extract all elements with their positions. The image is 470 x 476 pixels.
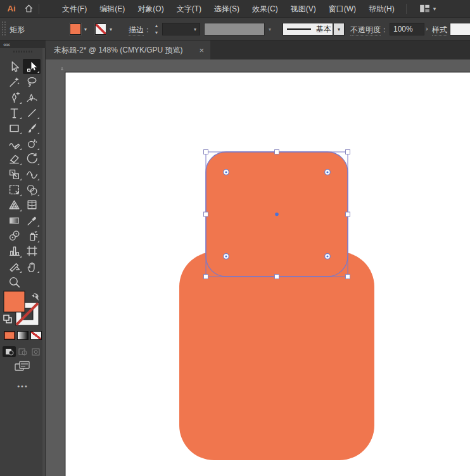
- selection-handle[interactable]: [346, 150, 350, 154]
- direct-selection-tool[interactable]: [23, 59, 41, 74]
- selection-handle[interactable]: [346, 212, 350, 216]
- menu-item-3[interactable]: 对象(O): [131, 0, 170, 18]
- free-transform-icon: [8, 183, 21, 196]
- selection-handle[interactable]: [275, 150, 279, 154]
- none-button[interactable]: [30, 331, 42, 340]
- rectangle-tool[interactable]: [5, 120, 23, 135]
- zoom-icon: [8, 275, 21, 289]
- scale-tool[interactable]: [5, 166, 23, 182]
- menu-item-8[interactable]: 窗口(W): [322, 0, 362, 18]
- tools-panel: •••: [0, 48, 46, 476]
- draw-behind-button[interactable]: [16, 346, 29, 357]
- style-field[interactable]: [450, 23, 470, 35]
- opacity-value: 100%: [393, 25, 413, 34]
- column-graph-tool[interactable]: [5, 244, 23, 259]
- menu-item-7[interactable]: 视图(V): [284, 0, 322, 18]
- free-transform-tool[interactable]: [5, 182, 23, 197]
- width-profile-field[interactable]: [204, 23, 265, 35]
- gradient-tool[interactable]: [5, 213, 23, 228]
- bar-grip: [4, 22, 6, 37]
- rotate-tool[interactable]: [23, 151, 41, 166]
- rotate-icon: [25, 152, 39, 165]
- stroke-color-swatch[interactable]: [95, 23, 106, 35]
- canvas-area[interactable]: [46, 60, 470, 476]
- eraser-tool[interactable]: [5, 151, 23, 166]
- brush-definition-value: 基本: [316, 24, 331, 35]
- width-tool[interactable]: [23, 166, 41, 182]
- panel-collapse-icon[interactable]: ««: [3, 41, 10, 48]
- opacity-next-icon[interactable]: ›: [426, 25, 428, 32]
- chevron-down-icon: ▾: [194, 27, 196, 32]
- menu-item-4[interactable]: 文字(T): [170, 0, 208, 18]
- menu-item-6[interactable]: 效果(C): [246, 0, 284, 18]
- brush-stroke-preview: [287, 28, 311, 30]
- brush-caret-icon[interactable]: ▾: [334, 23, 345, 35]
- draw-inside-button[interactable]: [29, 346, 42, 357]
- home-icon[interactable]: [24, 4, 34, 13]
- hand-tool[interactable]: [23, 259, 41, 274]
- menu-separator: [39, 4, 39, 14]
- symbol-sprayer-tool[interactable]: [23, 228, 41, 243]
- artboard-view[interactable]: [46, 60, 470, 476]
- selection-handle[interactable]: [275, 275, 279, 279]
- slice-tool[interactable]: [5, 259, 23, 274]
- swap-fill-stroke-icon[interactable]: [32, 293, 39, 301]
- blob-brush-tool[interactable]: [23, 135, 41, 151]
- curvature-tool[interactable]: [23, 90, 41, 105]
- fill-color-swatch[interactable]: [70, 23, 81, 35]
- type-tool[interactable]: [5, 105, 23, 120]
- eyedropper-tool[interactable]: [23, 213, 41, 228]
- perspective-grid-tool[interactable]: [5, 197, 23, 213]
- line-segment-tool[interactable]: [23, 105, 41, 120]
- stroke-weight-label[interactable]: 描边：: [129, 25, 151, 35]
- pen-tool[interactable]: [5, 90, 23, 105]
- draw-normal-button[interactable]: [3, 346, 16, 357]
- zoom-tool[interactable]: [5, 274, 23, 289]
- screen-mode-icon[interactable]: [15, 361, 30, 374]
- arrange-documents-icon[interactable]: ▾: [419, 4, 436, 13]
- color-button[interactable]: [4, 331, 15, 340]
- stroke-caret-icon[interactable]: ▾: [110, 27, 112, 32]
- tab-close-icon[interactable]: ×: [199, 46, 204, 55]
- shaper-tool[interactable]: [5, 135, 23, 151]
- menu-item-9[interactable]: 帮助(H): [362, 0, 401, 18]
- width-icon: [25, 168, 39, 181]
- fill-caret-icon[interactable]: ▾: [84, 27, 87, 32]
- menu-items: 文件(F)编辑(E)对象(O)文字(T)选择(S)效果(C)视图(V)窗口(W)…: [56, 0, 401, 18]
- type-icon: [8, 106, 21, 120]
- selection-handle[interactable]: [204, 212, 208, 216]
- paintbrush-icon: [25, 122, 39, 135]
- paintbrush-tool[interactable]: [23, 120, 41, 135]
- bar-grip[interactable]: [2, 22, 3, 37]
- lasso-tool[interactable]: [23, 74, 41, 89]
- more-tools-icon[interactable]: •••: [0, 382, 46, 390]
- column-graph-icon: [8, 244, 21, 258]
- fill-swatch[interactable]: [4, 291, 25, 312]
- chevron-down-icon: ▾: [433, 6, 436, 12]
- blend-tool[interactable]: [5, 228, 23, 243]
- width-profile-caret-icon[interactable]: ▾: [269, 27, 271, 32]
- stroke-weight-stepper[interactable]: ▲▼: [153, 23, 160, 35]
- shape-builder-tool[interactable]: [23, 182, 41, 197]
- large-rounded-rectangle[interactable]: [179, 252, 374, 460]
- selection-tool[interactable]: [5, 59, 23, 74]
- selection-handle[interactable]: [346, 275, 350, 279]
- selection-center-point[interactable]: [275, 213, 279, 216]
- menu-item-5[interactable]: 选择(S): [208, 0, 246, 18]
- app-logo-icon[interactable]: Ai: [4, 4, 18, 13]
- menu-item-2[interactable]: 编辑(E): [93, 0, 131, 18]
- selection-handle[interactable]: [204, 275, 208, 279]
- brush-definition-combo[interactable]: 基本: [283, 23, 333, 35]
- magic-wand-tool[interactable]: [5, 74, 23, 89]
- menu-item-1[interactable]: 文件(F): [56, 0, 93, 18]
- artboard-tool[interactable]: [23, 244, 41, 259]
- shaper-icon: [8, 137, 21, 150]
- opacity-label[interactable]: 不透明度：: [350, 25, 388, 35]
- stroke-weight-combo[interactable]: ▾: [162, 23, 200, 35]
- opacity-field[interactable]: 100%: [390, 23, 424, 35]
- selection-handle[interactable]: [204, 150, 208, 154]
- document-tab[interactable]: 未标题-2* @ 148% (CMYK/GPU 预览) ×: [46, 41, 210, 60]
- mesh-tool[interactable]: [23, 197, 41, 213]
- default-fill-stroke-icon[interactable]: [4, 315, 11, 323]
- gradient-button[interactable]: [17, 331, 29, 340]
